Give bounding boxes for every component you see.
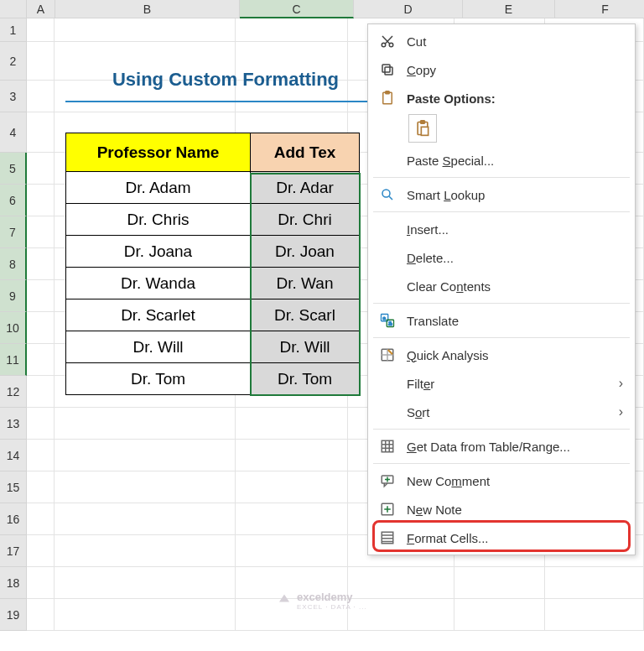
col-header-D[interactable]: D <box>354 0 463 18</box>
column-headers: ABCDEF <box>0 0 644 18</box>
row-header-12[interactable]: 12 <box>0 376 27 408</box>
menu-filter[interactable]: Filter › <box>368 369 635 398</box>
menu-clear-contents[interactable]: Clear Contents <box>368 272 635 300</box>
row-header-3[interactable]: 3 <box>0 81 27 112</box>
cell-name-3[interactable]: Dr. Wanda <box>66 268 251 299</box>
row-header-19[interactable]: 19 <box>0 599 27 631</box>
cell-name-0[interactable]: Dr. Adam <box>66 172 251 204</box>
row-header-7[interactable]: 7 <box>0 216 27 248</box>
menu-smart-lookup-label: Smart Lookup <box>407 188 623 202</box>
cell-add-1[interactable]: Dr. Chri <box>251 204 360 236</box>
svg-point-0 <box>382 43 386 47</box>
cell-add-4[interactable]: Dr. Scarl <box>251 299 360 331</box>
header-add-text[interactable]: Add Tex <box>251 133 360 172</box>
col-header-E[interactable]: E <box>463 0 555 18</box>
spreadsheet-area: ABCDEF 12345678910111213141516171819 Usi… <box>0 0 644 651</box>
cell-add-5[interactable]: Dr. Will <box>251 331 360 363</box>
menu-separator <box>373 463 630 464</box>
menu-quick-analysis[interactable]: Quick Analysis <box>368 341 635 369</box>
menu-paste-options-label: Paste Options: <box>407 91 623 106</box>
svg-rect-15 <box>382 440 393 452</box>
comment-icon <box>377 470 398 492</box>
row-header-10[interactable]: 10 <box>0 312 27 344</box>
row-header-1[interactable]: 1 <box>0 18 27 42</box>
paste-default-option[interactable] <box>408 114 437 143</box>
menu-sort[interactable]: Sort › <box>368 398 635 426</box>
row-header-13[interactable]: 13 <box>0 408 27 440</box>
col-header-A[interactable]: A <box>27 0 55 18</box>
row-header-11[interactable]: 11 <box>0 344 27 376</box>
row-header-16[interactable]: 16 <box>0 503 27 535</box>
cell-name-1[interactable]: Dr. Chris <box>66 204 251 236</box>
menu-new-note-label: New Note <box>407 503 623 517</box>
menu-quick-analysis-label: Quick Analysis <box>407 348 623 362</box>
quick-analysis-icon <box>377 344 398 366</box>
menu-separator <box>373 337 630 338</box>
header-professor-name[interactable]: Professor Name <box>66 133 251 172</box>
cell-add-3[interactable]: Dr. Wan <box>251 268 360 299</box>
menu-cut-label: Cut <box>407 34 623 49</box>
menu-copy[interactable]: Copy <box>368 55 635 84</box>
menu-translate[interactable]: aあ Translate <box>368 306 635 335</box>
svg-rect-3 <box>382 65 390 72</box>
row-header-2[interactable]: 2 <box>0 42 27 81</box>
submenu-arrow-icon: › <box>619 376 623 391</box>
col-header-F[interactable]: F <box>555 0 644 18</box>
row-header-4[interactable]: 4 <box>0 112 27 153</box>
svg-rect-7 <box>421 121 425 123</box>
col-header-C[interactable]: C <box>240 0 354 18</box>
menu-separator <box>373 177 630 178</box>
select-all-corner[interactable] <box>0 0 27 18</box>
row-header-17[interactable]: 17 <box>0 535 27 567</box>
menu-new-note[interactable]: New Note <box>368 495 635 523</box>
cell-name-6[interactable]: Dr. Tom <box>66 363 251 395</box>
svg-point-9 <box>382 190 390 197</box>
title-underline <box>65 101 392 102</box>
menu-get-data-label: Get Data from Table/Range... <box>407 440 623 454</box>
menu-cut[interactable]: Cut <box>368 27 635 55</box>
row-header-5[interactable]: 5 <box>0 153 27 185</box>
data-table: Professor Name Add Tex Dr. AdamDr. AdarD… <box>65 133 360 395</box>
row-header-6[interactable]: 6 <box>0 185 27 216</box>
row-header-8[interactable]: 8 <box>0 248 27 280</box>
cell-add-0[interactable]: Dr. Adar <box>251 172 360 204</box>
menu-smart-lookup[interactable]: Smart Lookup <box>368 180 635 209</box>
menu-insert[interactable]: Insert... <box>368 215 635 243</box>
menu-get-data[interactable]: Get Data from Table/Range... <box>368 432 635 461</box>
menu-paste-special[interactable]: Paste Special... <box>368 146 635 174</box>
menu-paste-options: Paste Options: <box>368 84 635 112</box>
clipboard-icon <box>377 87 398 109</box>
row-headers: 12345678910111213141516171819 <box>0 18 27 631</box>
menu-new-comment[interactable]: New Comment <box>368 466 635 495</box>
spacer-icon <box>377 275 398 297</box>
col-header-B[interactable]: B <box>55 0 240 18</box>
spacer-icon <box>377 218 398 240</box>
menu-format-cells[interactable]: Format Cells... <box>368 523 635 552</box>
row-header-14[interactable]: 14 <box>0 440 27 471</box>
spacer-icon <box>377 401 398 423</box>
svg-point-1 <box>389 43 393 47</box>
spacer-icon <box>377 372 398 394</box>
menu-delete[interactable]: Delete... <box>368 243 635 272</box>
svg-text:a: a <box>383 315 387 320</box>
cell-name-4[interactable]: Dr. Scarlet <box>66 299 251 331</box>
svg-rect-8 <box>421 127 428 135</box>
svg-rect-5 <box>386 91 390 94</box>
cell-name-2[interactable]: Dr. Joana <box>66 236 251 268</box>
cell-add-2[interactable]: Dr. Joan <box>251 236 360 268</box>
menu-filter-label: Filter <box>407 377 619 391</box>
menu-insert-label: Insert... <box>407 222 623 237</box>
menu-delete-label: Delete... <box>407 251 623 265</box>
row-header-18[interactable]: 18 <box>0 567 27 599</box>
spacer-icon <box>377 247 398 268</box>
menu-format-cells-label: Format Cells... <box>407 531 623 545</box>
copy-icon <box>377 59 398 81</box>
menu-sort-label: Sort <box>407 405 619 419</box>
menu-translate-label: Translate <box>407 314 623 328</box>
cut-icon <box>377 30 398 52</box>
menu-new-comment-label: New Comment <box>407 474 623 488</box>
cell-name-5[interactable]: Dr. Will <box>66 331 251 363</box>
cell-add-6[interactable]: Dr. Tom <box>251 363 360 395</box>
row-header-9[interactable]: 9 <box>0 280 27 312</box>
row-header-15[interactable]: 15 <box>0 471 27 503</box>
